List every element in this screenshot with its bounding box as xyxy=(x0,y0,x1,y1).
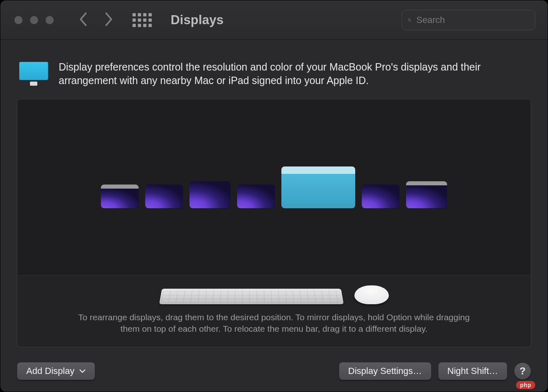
keyboard-mouse-illustration xyxy=(30,285,518,304)
chevron-left-icon xyxy=(78,11,89,27)
search-wrap xyxy=(402,10,535,30)
night-shift-label: Night Shift… xyxy=(448,366,498,376)
display-settings-button[interactable]: Display Settings… xyxy=(339,362,432,380)
zoom-window-button[interactable] xyxy=(46,16,54,24)
intro-row: Display preferences control the resoluti… xyxy=(17,56,531,99)
mouse-icon xyxy=(354,285,389,304)
display-wallpaper xyxy=(237,185,275,208)
window-controls xyxy=(14,16,54,24)
display-thumbnail[interactable] xyxy=(406,181,447,208)
minimize-window-button[interactable] xyxy=(30,16,38,24)
display-wallpaper xyxy=(190,181,231,208)
chevron-right-icon xyxy=(103,11,114,27)
display-thumbnail[interactable] xyxy=(281,166,355,208)
display-wallpaper xyxy=(406,185,447,208)
bottom-toolbar: Add Display Display Settings… Night Shif… xyxy=(17,362,531,380)
display-wallpaper xyxy=(362,185,400,208)
menubar-indicator[interactable] xyxy=(101,185,139,189)
night-shift-button[interactable]: Night Shift… xyxy=(438,362,508,380)
pane-title: Displays xyxy=(171,13,224,27)
add-display-label: Add Display xyxy=(26,366,74,376)
back-button[interactable] xyxy=(78,11,89,29)
search-icon xyxy=(408,16,411,25)
toolbar: Displays xyxy=(0,0,548,40)
arrangement-hint: To rearrange displays, drag them to the … xyxy=(69,312,479,335)
nav-arrows xyxy=(78,11,114,29)
close-window-button[interactable] xyxy=(14,16,23,24)
display-wallpaper xyxy=(281,174,355,208)
help-button[interactable]: ? xyxy=(514,362,531,380)
help-label: ? xyxy=(520,365,526,377)
display-thumbnail[interactable] xyxy=(362,185,400,208)
displays-row xyxy=(17,166,531,208)
display-wallpaper xyxy=(145,185,183,208)
display-wallpaper xyxy=(101,189,139,208)
svg-point-0 xyxy=(408,18,410,21)
display-icon xyxy=(19,62,48,85)
display-thumbnail[interactable] xyxy=(237,185,275,208)
keyboard-icon xyxy=(159,289,344,304)
menubar-indicator[interactable] xyxy=(281,166,355,174)
arrangement-area[interactable] xyxy=(17,99,531,275)
intro-description: Display preferences control the resoluti… xyxy=(59,60,526,87)
content-area: Display preferences control the resoluti… xyxy=(0,40,548,357)
show-all-preferences-button[interactable] xyxy=(132,13,152,27)
menubar-indicator[interactable] xyxy=(406,181,447,185)
display-thumbnail[interactable] xyxy=(190,181,231,208)
displays-preferences-window: Displays Display preferences control the… xyxy=(0,0,548,392)
forward-button[interactable] xyxy=(103,11,114,29)
display-thumbnail[interactable] xyxy=(145,185,183,208)
add-display-button[interactable]: Add Display xyxy=(17,362,95,380)
display-thumbnail[interactable] xyxy=(101,185,139,208)
display-settings-label: Display Settings… xyxy=(348,366,422,376)
svg-line-1 xyxy=(410,21,411,21)
search-input[interactable] xyxy=(416,15,529,25)
search-field[interactable] xyxy=(402,10,535,30)
arrangement-footer: To rearrange displays, drag them to the … xyxy=(17,275,531,347)
chevron-down-icon xyxy=(79,369,86,373)
watermark-badge: php xyxy=(516,381,535,389)
